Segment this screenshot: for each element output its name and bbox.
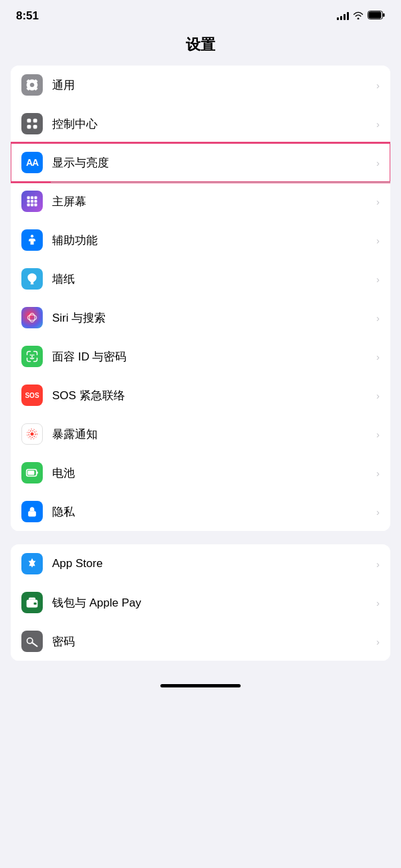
wallpaper-label: 墙纸	[52, 272, 371, 287]
siri-chevron: ›	[376, 312, 380, 324]
home-indicator-area	[0, 674, 401, 694]
wallpaper-chevron: ›	[376, 274, 380, 285]
svg-point-20	[31, 433, 34, 436]
home-screen-chevron: ›	[376, 196, 380, 207]
home-indicator	[160, 684, 241, 687]
signal-icon	[337, 12, 349, 20]
display-label: 显示与亮度	[52, 155, 371, 171]
exposure-icon	[21, 423, 43, 445]
settings-general[interactable]: 通用 ›	[11, 66, 390, 104]
svg-rect-5	[27, 125, 31, 129]
settings-siri[interactable]: Siri 与搜索 ›	[11, 298, 390, 337]
passwords-label: 密码	[52, 634, 371, 649]
svg-rect-3	[27, 119, 31, 123]
general-icon	[21, 74, 43, 96]
page-title: 设置	[0, 35, 401, 55]
settings-sos[interactable]: SOS SOS 紧急联络 ›	[11, 376, 390, 415]
svg-rect-7	[27, 197, 30, 199]
settings-battery[interactable]: 电池 ›	[11, 453, 390, 492]
settings-passwords[interactable]: 密码 ›	[11, 622, 390, 661]
privacy-chevron: ›	[376, 506, 380, 518]
sos-chevron: ›	[376, 390, 380, 401]
section-apps: App Store › 钱包与 Apple Pay › 密码 ›	[11, 544, 390, 661]
accessibility-chevron: ›	[376, 235, 380, 246]
settings-display[interactable]: AA 显示与亮度 ›	[11, 143, 390, 182]
battery-chevron: ›	[376, 467, 380, 479]
settings-privacy[interactable]: 隐私 ›	[11, 492, 390, 531]
svg-line-30	[32, 643, 37, 647]
settings-faceid[interactable]: 面容 ID 与密码 ›	[11, 337, 390, 376]
battery-settings-icon	[21, 462, 43, 483]
battery-label: 电池	[52, 465, 371, 481]
faceid-icon	[21, 346, 43, 367]
settings-appstore[interactable]: App Store ›	[11, 544, 390, 583]
svg-rect-2	[369, 12, 382, 19]
privacy-label: 隐私	[52, 504, 371, 520]
svg-rect-9	[34, 197, 37, 199]
section-system: 通用 › 控制中心 › AA 显示与亮度 ›	[11, 66, 390, 531]
svg-rect-26	[28, 511, 36, 516]
wallet-icon	[21, 592, 43, 613]
appstore-icon	[21, 553, 43, 574]
svg-rect-12	[34, 200, 37, 203]
general-label: 通用	[52, 78, 371, 93]
status-bar: 8:51	[0, 0, 401, 28]
svg-rect-25	[27, 471, 34, 475]
display-chevron: ›	[376, 157, 380, 169]
home-screen-icon	[21, 191, 43, 212]
settings-wallpaper[interactable]: 墙纸 ›	[11, 259, 390, 298]
sos-label: SOS 紧急联络	[52, 388, 371, 403]
faceid-chevron: ›	[376, 351, 380, 362]
wallet-label: 钱包与 Apple Pay	[52, 595, 371, 611]
status-icons	[337, 10, 385, 22]
svg-rect-15	[34, 203, 37, 206]
page-title-container: 设置	[0, 28, 401, 66]
settings-accessibility[interactable]: 辅助功能 ›	[11, 221, 390, 259]
siri-icon	[21, 307, 43, 328]
svg-rect-13	[27, 203, 30, 206]
exposure-chevron: ›	[376, 429, 380, 440]
status-time: 8:51	[16, 9, 39, 23]
appstore-chevron: ›	[376, 558, 380, 570]
accessibility-icon	[21, 229, 43, 251]
settings-home-screen[interactable]: 主屏幕 ›	[11, 182, 390, 221]
sos-icon: SOS	[21, 385, 43, 406]
home-screen-label: 主屏幕	[52, 194, 371, 209]
svg-rect-1	[383, 13, 385, 17]
display-icon: AA	[21, 152, 43, 173]
siri-label: Siri 与搜索	[52, 310, 371, 326]
svg-rect-6	[33, 125, 37, 129]
svg-rect-11	[31, 200, 33, 203]
settings-wallet[interactable]: 钱包与 Apple Pay ›	[11, 583, 390, 622]
svg-rect-4	[33, 119, 37, 123]
svg-rect-24	[37, 471, 38, 473]
svg-rect-14	[31, 203, 33, 206]
control-center-label: 控制中心	[52, 116, 371, 132]
passwords-chevron: ›	[376, 636, 380, 647]
general-chevron: ›	[376, 80, 380, 91]
accessibility-label: 辅助功能	[52, 233, 371, 248]
svg-point-16	[31, 235, 33, 237]
svg-rect-17	[31, 284, 34, 285]
privacy-icon	[21, 501, 43, 522]
wallpaper-icon	[21, 268, 43, 290]
exposure-label: 暴露通知	[52, 427, 371, 442]
svg-rect-28	[34, 603, 37, 605]
settings-control-center[interactable]: 控制中心 ›	[11, 104, 390, 143]
control-center-chevron: ›	[376, 118, 380, 130]
appstore-label: App Store	[52, 557, 371, 570]
wallet-chevron: ›	[376, 597, 380, 609]
settings-exposure[interactable]: 暴露通知 ›	[11, 415, 390, 453]
svg-rect-10	[27, 200, 30, 203]
svg-rect-8	[31, 197, 33, 199]
wifi-icon	[353, 10, 364, 22]
faceid-label: 面容 ID 与密码	[52, 349, 371, 364]
control-center-icon	[21, 113, 43, 134]
battery-icon	[368, 10, 385, 22]
passwords-icon	[21, 631, 43, 652]
